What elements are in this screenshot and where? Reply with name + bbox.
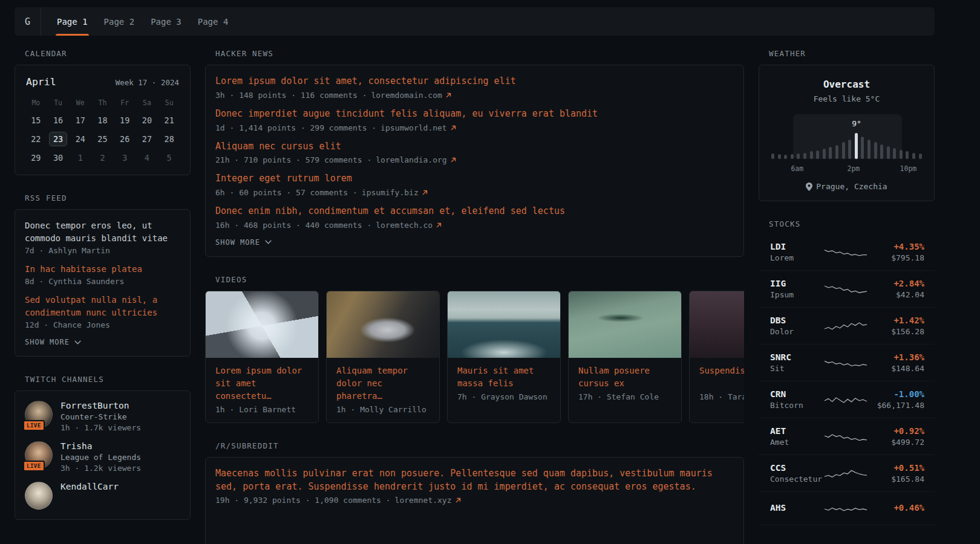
video-title[interactable]: Lorem ipsum dolor sit amet consectetu… [215, 364, 309, 403]
post-source-link[interactable]: ipsumify.biz [362, 188, 419, 197]
weather-hour-bar [919, 154, 922, 159]
stock-row[interactable]: AETAmet+0.92%$499.72 [759, 418, 935, 455]
post-meta: 16h · 468 points · 440 comments ·loremte… [215, 221, 734, 230]
tab-page-1[interactable]: Page 1 [57, 7, 88, 36]
rss-item: In hac habitasse platea8d · Cynthia Saun… [25, 263, 180, 286]
weather-hour-bar [874, 142, 877, 159]
twitch-channel-row[interactable]: LIVETrishaLeague of Legends3h · 1.2k vie… [25, 441, 180, 473]
twitch-channel-row[interactable]: KendallCarr [25, 482, 180, 510]
page-tabs: Page 1Page 2Page 3Page 4 [57, 7, 228, 36]
video-title[interactable]: Aliquam tempor dolor nec pharetra… [336, 364, 430, 403]
video-card[interactable]: Mauris sit amet massa felis7h · Grayson … [447, 291, 561, 423]
weather-hour-bar [784, 155, 787, 159]
post-title[interactable]: Integer eget rutrum lorem [215, 172, 734, 186]
stock-sparkline [823, 500, 868, 517]
post-title[interactable]: Lorem ipsum dolor sit amet, consectetur … [215, 75, 734, 88]
stock-row[interactable]: IIGIpsum+2.84%$42.04 [759, 271, 935, 308]
twitch-channel-row[interactable]: LIVEForrestBurtonCounter-Strike1h · 1.7k… [25, 401, 180, 432]
post-source-link[interactable]: loremnet.xyz [395, 496, 452, 505]
weather-hour-bar [906, 151, 909, 159]
stock-sparkline [823, 428, 868, 445]
video-card[interactable]: Nullam posuere cursus ex17h · Stefan Col… [568, 291, 682, 423]
stock-change: -1.00% [868, 389, 924, 399]
video-title[interactable]: Mauris sit amet massa felis [457, 364, 550, 390]
video-meta: 17h · Stefan Cole [578, 392, 671, 401]
video-title[interactable]: Suspendisse diam [699, 364, 744, 390]
stock-change: +0.92% [868, 426, 924, 436]
center-column: HACKER NEWS Lorem ipsum dolor sit amet, … [205, 49, 744, 544]
dark-fog-thumbnail [690, 291, 744, 358]
stock-row[interactable]: CRNBitcorn-1.00%$66,171.48 [759, 381, 935, 418]
calendar-day: 24 [69, 132, 91, 146]
post-title[interactable]: Donec enim nibh, condimentum et accumsan… [215, 205, 734, 218]
app-logo[interactable]: G [15, 7, 41, 36]
post-meta: 3h · 148 points · 116 comments ·loremdom… [215, 91, 734, 100]
calendar-day: 30 [47, 151, 70, 165]
location-pin-icon [806, 183, 812, 191]
rss-item-title[interactable]: Donec tempor eros leo, ut commodo mauris… [25, 219, 180, 245]
stock-sparkline [823, 391, 868, 408]
twitch-channel-name[interactable]: KendallCarr [60, 482, 119, 491]
rss-show-more-button[interactable]: SHOW MORE [25, 338, 180, 346]
weather-hour-bar [797, 154, 800, 159]
calendar-day: 28 [158, 132, 180, 146]
weekday-label: We [69, 97, 91, 109]
video-meta: 1h · Molly Carrillo [336, 405, 430, 414]
weather-hour-bar [835, 145, 838, 159]
stock-row[interactable]: AHS+0.46% [759, 492, 935, 525]
stock-row[interactable]: CCSConsectetur+0.51%$165.84 [759, 455, 935, 492]
weather-card: Overcast Feels like 5°C 9° 6am2pm10pm Pr… [759, 65, 935, 201]
hackernews-show-more-button[interactable]: SHOW MORE [215, 238, 734, 247]
stock-ticker: SNRC [770, 352, 823, 362]
stock-sparkline [823, 354, 868, 371]
external-link-icon [446, 92, 451, 98]
stock-change: +4.35% [868, 242, 924, 251]
show-more-label: SHOW MORE [215, 238, 260, 247]
post-source-link[interactable]: loremtech.co [376, 221, 433, 230]
weather-hour-bar [816, 151, 819, 160]
weather-hour-bar [803, 153, 806, 159]
weather-hour-bar [893, 148, 896, 159]
stock-name: Amet [770, 438, 823, 447]
stock-sparkline [823, 317, 868, 334]
stock-row[interactable]: SNRCSit+1.36%$148.64 [759, 345, 935, 381]
weather-hour-bar [912, 153, 915, 159]
tab-page-3[interactable]: Page 3 [151, 7, 181, 36]
stock-ticker: IIG [770, 279, 823, 288]
calendar-day: 19 [114, 113, 136, 128]
twitch-channel-game: League of Legends [60, 453, 141, 462]
stock-name: Ipsum [770, 290, 823, 299]
stock-ticker: AET [770, 426, 823, 436]
stock-name: Dolor [770, 327, 823, 336]
post-title[interactable]: Aliquam nec cursus elit [215, 140, 734, 154]
post-source-link[interactable]: loremlandia.org [376, 155, 446, 164]
calendar-day: 16 [47, 113, 70, 128]
video-card[interactable]: Suspendisse diam18h · Tara [689, 291, 744, 423]
post-meta-text: 1d · 1,414 points · 299 comments · [215, 123, 376, 132]
twitch-channel-name[interactable]: ForrestBurton [60, 401, 141, 410]
calendar-day: 20 [136, 113, 158, 128]
stock-ticker: AHS [770, 503, 823, 513]
video-title[interactable]: Nullam posuere cursus ex [578, 364, 671, 390]
dashboard-grid: CALENDAR April Week 17 · 2024 MoTuWeThFr… [15, 36, 935, 544]
twitch-channel-name[interactable]: Trisha [60, 441, 141, 451]
videos-row: Lorem ipsum dolor sit amet consectetu…1h… [205, 291, 744, 423]
rss-item: Donec tempor eros leo, ut commodo mauris… [25, 219, 180, 255]
video-card[interactable]: Aliquam tempor dolor nec pharetra…1h · M… [326, 291, 440, 423]
post-meta-text: 6h · 60 points · 57 comments · [215, 188, 358, 197]
weather-hour-bar [880, 144, 883, 159]
rss-item-title[interactable]: In hac habitasse platea [25, 263, 180, 276]
post-source-link[interactable]: loremdomain.com [371, 91, 442, 100]
stock-row[interactable]: DBSDolor+1.42%$156.28 [759, 308, 935, 345]
post-title[interactable]: Maecenas mollis pulvinar erat non posuer… [215, 467, 734, 494]
post-title[interactable]: Donec imperdiet augue tincidunt felis al… [215, 108, 734, 121]
video-card[interactable]: Lorem ipsum dolor sit amet consectetu…1h… [205, 291, 319, 423]
tab-page-4[interactable]: Page 4 [198, 7, 229, 36]
stock-row[interactable]: LDILorem+4.35%$795.18 [759, 234, 935, 271]
post-source-link[interactable]: ipsumworld.net [381, 123, 447, 132]
glance-dashboard: G Page 1Page 2Page 3Page 4 CALENDAR Apri… [15, 7, 935, 544]
rss-item-title[interactable]: Sed volutpat nulla nisl, a condimentum n… [25, 294, 180, 319]
show-more-label: SHOW MORE [25, 338, 70, 346]
tab-page-2[interactable]: Page 2 [104, 7, 135, 36]
weather-widget: WEATHER Overcast Feels like 5°C 9° 6am2p… [759, 49, 935, 201]
